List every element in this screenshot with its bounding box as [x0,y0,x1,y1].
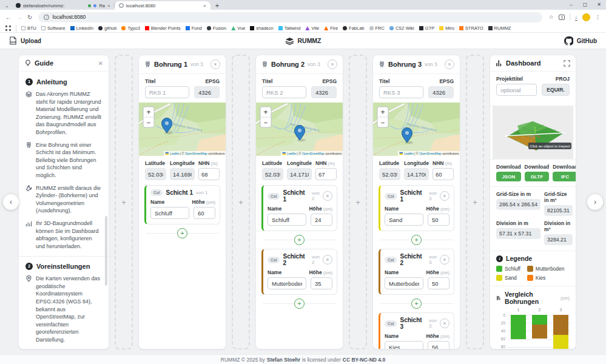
projekttitel-input[interactable] [496,84,537,96]
map-zoom-control[interactable]: + − [260,107,271,127]
map-container[interactable]: Messener Mühlenfließ + − Leaflet | © Ope… [373,103,460,156]
schicht-name-input[interactable] [385,341,423,349]
viewport-3d[interactable]: Click an object to inspect [490,106,576,160]
close-icon[interactable]: ✕ [592,0,606,10]
schicht-name-input[interactable] [150,207,189,219]
bar-segment-schluff[interactable] [532,315,547,325]
close-icon[interactable]: ✕ [98,60,103,67]
bar-segment-mutterboden[interactable] [532,325,547,339]
schicht-hoehe-input[interactable] [311,214,332,226]
bookmark-item[interactable]: Tailwind [278,25,301,31]
bookmark-item[interactable]: Miro [439,25,454,31]
schicht-hoehe-input[interactable] [428,277,449,289]
bookmark-item[interactable]: LinkedIn [70,25,93,31]
color-badge[interactable]: Col [385,193,397,200]
nhn-input[interactable] [315,168,337,180]
forward-icon[interactable]: → [16,14,22,21]
bookmark-item[interactable]: Fusion [207,25,227,31]
schicht-hoehe-input[interactable] [428,214,449,226]
bookmark-star-icon[interactable]: ☆ [548,14,553,20]
remove-schicht-button[interactable]: × [323,255,332,265]
proj-button[interactable]: EQUIR. [542,84,570,96]
schicht-name-input[interactable] [268,214,306,226]
titel-input[interactable] [145,86,189,98]
add-bohrung-dropzone[interactable]: + [349,55,367,349]
bookmark-item[interactable]: Software [41,25,66,31]
color-badge[interactable]: Col [268,193,280,200]
bookmark-item[interactable]: GTP [419,25,434,31]
map-container[interactable]: Messener Mühlenfließ + − Leaflet | © Ope… [139,103,226,156]
bookmark-item[interactable]: Blender Points [145,25,181,31]
color-badge[interactable]: Col [385,320,397,327]
bookmark-item[interactable]: CS2 Wiki [389,25,414,31]
maximize-icon[interactable]: ▢ [578,0,592,10]
bookmark-item[interactable]: RUMMZ [488,25,511,31]
nhn-input[interactable] [198,168,220,180]
schicht-hoehe-input[interactable] [428,341,449,349]
download-json-button[interactable]: JSON [496,172,521,181]
leaflet-map[interactable]: Messener Mühlenfließ + − Leaflet | © Ope… [139,103,226,156]
titel-input[interactable] [262,86,306,98]
bar-segment-sand[interactable] [553,335,568,349]
apps-grid-icon[interactable] [5,25,11,31]
map-zoom-control[interactable]: + − [377,107,388,127]
schicht-name-input[interactable] [385,214,423,226]
bookmark-item[interactable]: Vue [231,25,245,31]
map-zoom-control[interactable]: + − [143,107,154,127]
bookmark-item[interactable]: github [98,25,116,31]
reload-icon[interactable]: ↻ [27,14,32,21]
add-schicht-button[interactable]: + [294,298,305,309]
color-badge[interactable]: Col [385,257,397,263]
bar-segment-schluff[interactable] [511,315,526,339]
remove-schicht-button[interactable]: × [323,191,332,201]
add-bohrung-dropzone[interactable]: + [115,55,133,349]
new-tab-button[interactable]: + [215,2,219,9]
address-bar[interactable]: i localhost:8080 [38,12,542,22]
schicht-name-input[interactable] [385,277,423,289]
bar-segment-mutterboden[interactable] [553,315,568,335]
download-icon[interactable]: ↓ [575,14,578,21]
scrollbar-thumb[interactable] [105,216,107,286]
tab-close-icon[interactable]: × [203,3,206,8]
bookmark-item[interactable]: Vite [305,25,319,31]
tab-localhost[interactable]: localhost:8080 × [115,1,210,10]
remove-bohrung-button[interactable]: × [445,59,454,69]
remove-bohrung-button[interactable]: × [328,59,337,69]
remove-schicht-button[interactable]: × [440,318,449,328]
titel-input[interactable] [379,86,423,98]
viewport-3d-canvas[interactable]: Click an object to inspect [490,106,576,159]
schicht-name-input[interactable] [268,277,306,289]
bookmark-item[interactable]: FRC [369,25,385,31]
scroll-right-button[interactable]: › [587,194,603,210]
schicht-hoehe-input[interactable] [311,277,332,289]
minimize-icon[interactable]: – [564,0,578,10]
tab-github[interactable]: stefanstoehr/rummz: Ra × [12,1,115,10]
tab-search-icon[interactable]: ⌄ [5,3,9,8]
split-screen-icon[interactable] [559,15,565,20]
remove-bohrung-button[interactable]: × [210,59,220,69]
bookmark-item[interactable]: STRATO [459,25,483,31]
github-link[interactable]: GitHub [564,36,597,46]
remove-schicht-button[interactable]: × [440,191,449,201]
leaflet-map[interactable]: Messener Mühlenfließ + − Leaflet | © Ope… [373,103,460,156]
site-info-icon[interactable]: i [44,15,49,20]
add-bohrung-dropzone[interactable]: + [232,55,250,349]
download-gltf-button[interactable]: GLTF [525,172,550,181]
bookmark-item[interactable]: BTU [21,25,36,31]
map-container[interactable]: Messener Mühlenfließ + − Leaflet | © Ope… [256,103,343,156]
scroll-left-button[interactable]: ‹ [3,194,19,210]
add-schicht-button[interactable]: + [411,235,422,245]
upload-button[interactable]: JSON Upload [9,36,41,45]
bookmark-item[interactable]: Fire [324,25,338,31]
bookmark-item[interactable]: Typo3 [121,25,140,31]
bookmark-item[interactable]: Fund [186,25,202,31]
tab-close-icon[interactable]: × [107,3,110,8]
back-icon[interactable]: ← [5,14,12,21]
add-schicht-button[interactable]: + [177,228,187,238]
menu-icon[interactable]: ⋮ [595,14,601,20]
schicht-hoehe-input[interactable] [194,207,215,219]
profile-avatar[interactable] [582,13,590,21]
download-ifc-button[interactable]: IFC [553,172,576,181]
bookmark-item[interactable]: FabLab [343,25,364,31]
add-bohrung-dropzone[interactable]: + [466,55,484,349]
